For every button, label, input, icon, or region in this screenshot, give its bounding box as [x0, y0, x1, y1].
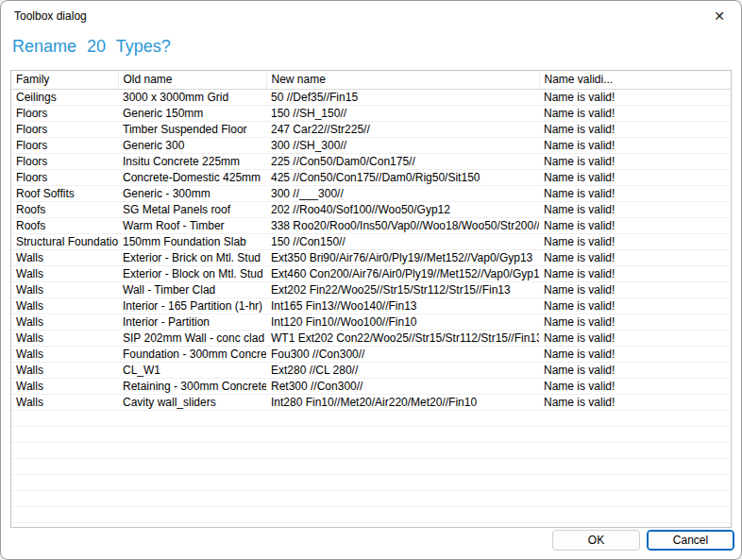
table-cell: Floors	[11, 137, 118, 153]
table-row[interactable]: FloorsGeneric 150mm150 //SH_150//Name is…	[11, 105, 731, 121]
table-cell: Retaining - 300mm Concrete	[118, 378, 266, 394]
table-cell: Name is valid!	[539, 297, 731, 314]
table-cell: Name is valid!	[539, 265, 731, 281]
table-cell: Int280 Fin10//Met20/Air220/Met20//Fin10	[266, 394, 539, 410]
table-row[interactable]: Ceilings3000 x 3000mm Grid50 //Def35//Fi…	[11, 89, 731, 105]
table-row[interactable]: FloorsInsitu Concrete 225mm225 //Con50/D…	[11, 153, 731, 169]
table-row[interactable]: Structural Foundations150mm Foundation S…	[11, 233, 731, 249]
table-cell: Name is valid!	[539, 105, 731, 121]
table-cell: Name is valid!	[539, 281, 731, 297]
table-cell: Interior - 165 Partition (1-hr)	[118, 297, 266, 314]
table-cell: Ext350 Bri90/Air76/Air0/Ply19//Met152//V…	[266, 249, 539, 265]
table-cell: Name is valid!	[539, 169, 731, 185]
table-cell: 338 Roo20/Roo0/Ins50/Vap0//Woo18/Woo50/S…	[266, 217, 539, 233]
table-cell: SIP 202mm Wall - conc clad	[118, 330, 266, 346]
table-cell: Interior - Partition	[118, 314, 266, 330]
column-header[interactable]: New name	[266, 71, 539, 89]
table-row[interactable]: WallsSIP 202mm Wall - conc cladWT1 Ext20…	[11, 330, 731, 346]
ok-button[interactable]: OK	[552, 530, 640, 551]
table-cell: Name is valid!	[539, 394, 731, 410]
table-cell: Floors	[11, 169, 118, 185]
table-cell: Roofs	[11, 201, 118, 217]
table-row[interactable]: WallsCL_W1Ext280 //CL 280//Name is valid…	[11, 362, 731, 378]
title-bar: Toolbox dialog ✕	[1, 1, 741, 31]
table-row[interactable]: WallsRetaining - 300mm ConcreteRet300 //…	[11, 378, 731, 394]
table-row[interactable]: Roof SoffitsGeneric - 300mm300 //___300/…	[11, 185, 731, 201]
table-cell: Ext202 Fin22/Woo25//Str15/Str112/Str15//…	[266, 281, 539, 297]
table-row[interactable]: FloorsTimber Suspended Floor247 Car22//S…	[11, 121, 731, 137]
empty-row	[11, 410, 731, 426]
empty-row	[11, 490, 731, 506]
table-row[interactable]: RoofsSG Metal Panels roof202 //Roo40/Sof…	[11, 201, 731, 217]
table-cell	[539, 506, 731, 522]
empty-row	[11, 442, 731, 458]
empty-row	[11, 458, 731, 474]
table-row[interactable]: WallsInterior - 165 Partition (1-hr)Int1…	[11, 297, 731, 314]
table-cell	[11, 522, 118, 528]
table-cell: Name is valid!	[539, 137, 731, 153]
table-row[interactable]: WallsInterior - PartitionInt120 Fin10//W…	[11, 314, 731, 330]
table-cell	[539, 490, 731, 506]
table-row[interactable]: WallsExterior - Brick on Mtl. StudExt350…	[11, 249, 731, 265]
cancel-button[interactable]: Cancel	[647, 530, 734, 551]
table-cell: Ceilings	[11, 89, 118, 105]
table-cell: 150 //Con150//	[266, 233, 539, 249]
table-cell: Int120 Fin10//Woo100//Fin10	[266, 314, 539, 330]
table-cell: Cavity wall_sliders	[118, 394, 266, 410]
table-cell	[539, 522, 731, 528]
table-cell: Walls	[11, 249, 118, 265]
table-header-row: FamilyOld nameNew nameName validi...	[11, 71, 731, 89]
table-cell: Name is valid!	[539, 233, 731, 249]
table-cell: Name is valid!	[539, 249, 731, 265]
table-cell	[266, 426, 539, 442]
table-cell: Floors	[11, 153, 118, 169]
table-cell: Name is valid!	[539, 201, 731, 217]
table-row[interactable]: WallsCavity wall_slidersInt280 Fin10//Me…	[11, 394, 731, 410]
table-cell	[539, 458, 731, 474]
table-cell: Name is valid!	[539, 378, 731, 394]
table-cell	[266, 458, 539, 474]
table-cell	[539, 474, 731, 490]
table-row[interactable]: WallsWall - Timber CladExt202 Fin22/Woo2…	[11, 281, 731, 297]
table-cell: Name is valid!	[539, 185, 731, 201]
column-header[interactable]: Name validi...	[539, 71, 731, 89]
table-cell: Walls	[11, 314, 118, 330]
empty-row	[11, 426, 731, 442]
table-row[interactable]: WallsFoundation - 300mm ConcreteFou300 /…	[11, 346, 731, 362]
table-row[interactable]: FloorsConcrete-Domestic 425mm425 //Con50…	[11, 169, 731, 185]
table-cell: WT1 Ext202 Con22/Woo25//Str15/Str112/Str…	[266, 330, 539, 346]
table-cell: Generic 150mm	[118, 105, 266, 121]
column-header[interactable]: Family	[11, 71, 118, 89]
table-cell	[118, 426, 266, 442]
table-cell: Name is valid!	[539, 121, 731, 137]
table-cell: Walls	[11, 330, 118, 346]
table-cell: SG Metal Panels roof	[118, 201, 266, 217]
table-cell	[539, 410, 731, 426]
table-cell: Name is valid!	[539, 330, 731, 346]
rename-heading: Rename 20 Types?	[12, 37, 730, 57]
column-header[interactable]: Old name	[118, 71, 266, 89]
table-cell: Timber Suspended Floor	[118, 121, 266, 137]
close-icon[interactable]: ✕	[698, 1, 741, 31]
table-cell	[266, 474, 539, 490]
table-cell: 150mm Foundation Slab	[118, 233, 266, 249]
table-cell: Ret300 //Con300//	[266, 378, 539, 394]
table-row[interactable]: FloorsGeneric 300300 //SH_300//Name is v…	[11, 137, 731, 153]
table-row[interactable]: RoofsWarm Roof - Timber338 Roo20/Roo0/In…	[11, 217, 731, 233]
dialog-footer: OK Cancel	[552, 530, 734, 551]
table-cell: 50 //Def35//Fin15	[266, 89, 539, 105]
table-cell: Walls	[11, 378, 118, 394]
table-cell: Name is valid!	[539, 153, 731, 169]
table-cell: Walls	[11, 394, 118, 410]
table-cell: Roof Soffits	[11, 185, 118, 201]
table-cell	[266, 442, 539, 458]
table-cell: Name is valid!	[539, 89, 731, 105]
table-cell	[118, 490, 266, 506]
table-cell: 3000 x 3000mm Grid	[118, 89, 266, 105]
table-cell: Ext280 //CL 280//	[266, 362, 539, 378]
table-cell: Name is valid!	[539, 217, 731, 233]
table-cell: Name is valid!	[539, 314, 731, 330]
table-row[interactable]: WallsExterior - Block on Mtl. StudExt460…	[11, 265, 731, 281]
table-cell: Structural Foundations	[11, 233, 118, 249]
table-cell: 150 //SH_150//	[266, 105, 539, 121]
